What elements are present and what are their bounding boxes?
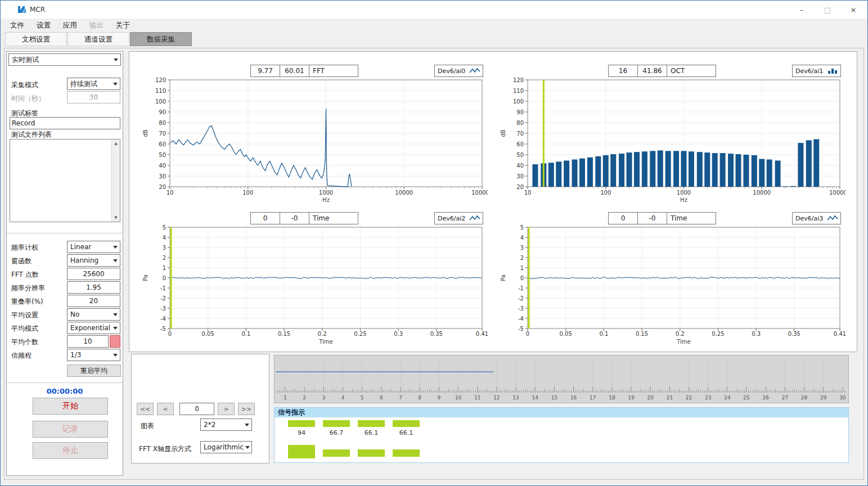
plot-oct-dev6-ai1[interactable]: 2030405060708090100110120101001000100001… — [494, 77, 845, 205]
window-close-button[interactable]: × — [840, 1, 866, 19]
plot-time-dev6-ai3[interactable]: -5-4-3-2-101234500.050.10.150.20.250.30.… — [494, 224, 845, 353]
cursor-y-value-dev6-ai2[interactable]: -0 — [280, 212, 309, 224]
cursor-x-value-dev6-ai0[interactable]: 9.77 — [250, 65, 280, 77]
scroll-up-icon[interactable]: ▲ — [112, 140, 120, 147]
menu-item-application[interactable]: 应用 — [57, 19, 83, 33]
window-minimize-button[interactable]: – — [789, 1, 815, 19]
acq-mode-value: 持续测试 — [70, 79, 97, 89]
display-control-panel: << < > >> 图表 2*2 FFT X轴显示方式 Logarithmic — [131, 354, 269, 464]
menu-item-settings[interactable]: 设置 — [30, 19, 57, 33]
channel-label: Dev6/ai2 — [438, 215, 465, 222]
cursor-x-value-dev6-ai1[interactable]: 16 — [608, 65, 638, 77]
svg-text:Pa: Pa — [500, 274, 506, 281]
scrollbar[interactable]: ▲ ▼ — [111, 140, 120, 222]
svg-text:0.2: 0.2 — [676, 331, 685, 337]
start-button[interactable]: 开始 — [33, 398, 108, 415]
svg-text:30: 30 — [159, 173, 166, 179]
param-select-frequency-weighting[interactable]: Linear — [67, 241, 120, 253]
menu-item-about[interactable]: 关于 — [110, 19, 136, 33]
timer-display: 00:00:00 — [7, 387, 123, 395]
test-file-list[interactable]: ▲ ▼ — [10, 139, 120, 222]
svg-text:-4: -4 — [160, 316, 166, 322]
fft-xaxis-select[interactable]: Logarithmic — [200, 441, 252, 453]
chart-type-box-dev6-ai3[interactable]: Time — [667, 212, 716, 224]
param-row-octave: 倍频程1/3 — [7, 349, 123, 362]
svg-text:0.15: 0.15 — [636, 331, 648, 337]
tab-channel-settings[interactable]: 通道设置 — [68, 32, 129, 46]
nav-next-button[interactable]: > — [218, 403, 235, 415]
chart-type-box-dev6-ai0[interactable]: FFT — [309, 65, 358, 77]
nav-prev-button[interactable]: < — [157, 403, 174, 415]
acq-mode-label: 采集模式 — [11, 80, 38, 89]
fft-xaxis-label: FFT X轴显示方式 — [139, 444, 191, 453]
svg-text:0.35: 0.35 — [430, 331, 443, 337]
svg-text:16: 16 — [570, 395, 577, 400]
svg-text:20: 20 — [647, 395, 654, 400]
chart-layout-label: 图表 — [141, 421, 154, 430]
chart-layout-select[interactable]: 2*2 — [200, 418, 252, 431]
meter-top-bar-3 — [358, 420, 385, 427]
param-label-frequency-weighting: 频率计权 — [11, 243, 38, 253]
channel-box-dev6-ai1[interactable]: Dev6/ai1 — [792, 65, 841, 77]
svg-text:90: 90 — [159, 109, 166, 115]
window-maximize-button[interactable]: □ — [815, 1, 840, 19]
svg-text:10: 10 — [167, 190, 174, 196]
acq-mode-select[interactable]: 持续测试 — [67, 78, 120, 90]
menu-item-file[interactable]: 文件 — [4, 19, 30, 33]
test-mode-select[interactable]: 实时测试 — [8, 53, 121, 66]
restart-average-button[interactable]: 重启平均 — [67, 364, 121, 377]
svg-text:4: 4 — [341, 395, 345, 400]
svg-text:0.41: 0.41 — [476, 331, 488, 337]
cursor-y-value-dev6-ai1[interactable]: 41.86 — [637, 65, 667, 77]
channel-box-dev6-ai0[interactable]: Dev6/ai0 — [434, 65, 483, 77]
svg-text:-2: -2 — [160, 295, 166, 302]
svg-text:1: 1 — [520, 265, 524, 271]
svg-text:0.1: 0.1 — [241, 331, 250, 337]
svg-text:50: 50 — [159, 152, 166, 158]
meter-bottom-bar-4 — [393, 449, 420, 457]
divider — [7, 233, 123, 233]
chart-type-box-dev6-ai2[interactable]: Time — [309, 212, 358, 224]
cursor-x-value-dev6-ai2[interactable]: 0 — [250, 212, 280, 224]
param-select-octave[interactable]: 1/3 — [67, 349, 120, 361]
app-logo-icon — [17, 5, 26, 14]
svg-text:100: 100 — [513, 98, 524, 105]
svg-text:-5: -5 — [518, 326, 524, 332]
plot-fft-dev6-ai0[interactable]: 2030405060708090100110120101001000100001… — [136, 77, 488, 205]
plot-time-dev6-ai2[interactable]: -5-4-3-2-101234500.050.10.150.20.250.30.… — [136, 224, 488, 353]
menu-item-output: 输出 — [83, 19, 110, 33]
param-input-overlap-rate[interactable] — [67, 295, 120, 307]
nav-last-button[interactable]: >> — [238, 403, 255, 415]
param-label-average-mode: 平均模式 — [11, 324, 38, 334]
param-input-fft-points[interactable] — [67, 268, 120, 280]
svg-text:10000: 10000 — [753, 190, 771, 196]
nav-first-button[interactable]: << — [137, 403, 154, 415]
param-input-frequency-resolution[interactable] — [67, 281, 120, 294]
tab-document-settings[interactable]: 文档设置 — [5, 32, 67, 46]
param-value-window-function: Hanning — [70, 256, 98, 264]
timeline-ruler[interactable]: 1234567891011121314151617181920212223242… — [275, 356, 848, 403]
tab-data-acquisition[interactable]: 数据采集 — [130, 32, 192, 46]
nav-index-input[interactable] — [179, 403, 214, 415]
channel-label: Dev6/ai0 — [438, 68, 465, 75]
cursor-y-value-dev6-ai3[interactable]: -0 — [637, 212, 667, 224]
chart-type-box-dev6-ai1[interactable]: OCT — [667, 65, 716, 77]
channel-box-dev6-ai3[interactable]: Dev6/ai3 — [792, 212, 841, 224]
param-select-average-setting[interactable]: No — [67, 308, 120, 321]
cursor-x-value-dev6-ai3[interactable]: 0 — [608, 212, 638, 224]
test-label-input[interactable] — [10, 117, 120, 129]
svg-text:0.25: 0.25 — [354, 331, 366, 337]
param-input-average-count[interactable] — [67, 335, 109, 348]
chevron-down-icon — [111, 54, 120, 65]
time-sec-label: 时间（秒） — [11, 94, 45, 103]
param-select-average-mode[interactable]: Exponential — [67, 322, 120, 334]
chevron-down-icon — [242, 419, 251, 430]
scroll-down-icon[interactable]: ▼ — [112, 214, 120, 222]
channel-box-dev6-ai2[interactable]: Dev6/ai2 — [434, 212, 483, 224]
cursor-y-value-dev6-ai0[interactable]: 60.01 — [280, 65, 309, 77]
param-select-window-function[interactable]: Hanning — [67, 254, 120, 267]
record-timeline[interactable]: 1234567891011121314151617181920212223242… — [274, 355, 849, 403]
menu-bar: 文件设置应用输出关于 — [4, 19, 136, 32]
average-count-indicator — [110, 335, 120, 348]
param-row-frequency-resolution: 频率分辨率 — [7, 281, 123, 295]
